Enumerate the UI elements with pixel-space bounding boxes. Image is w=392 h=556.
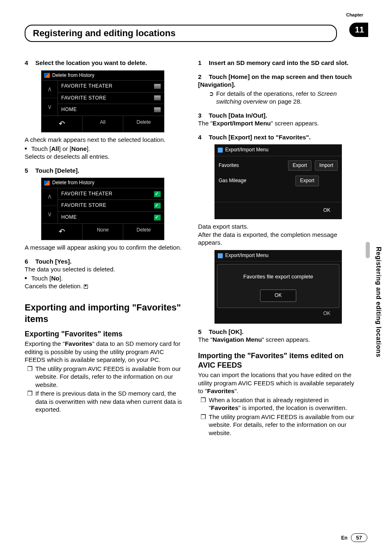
- shot2-title: Delete from History: [52, 180, 95, 186]
- list-item-label: HOME: [61, 214, 77, 221]
- body-text: The "Navigation Menu" screen appears.: [198, 336, 358, 344]
- note-item: The utility program AVIC FEEDS is availa…: [25, 365, 185, 389]
- footer-ok[interactable]: OK: [316, 310, 338, 320]
- text-bold: Favorites: [211, 404, 238, 411]
- side-vertical-label: Registering and editing locations: [375, 247, 382, 357]
- text: For details of the operations, refer to: [216, 90, 317, 97]
- export-import-menu-screenshot: Export/Import Menu Favorites Export Impo…: [214, 144, 342, 219]
- body-text: The "Export/Import Menu" screen appears.: [198, 119, 358, 127]
- back-arrow-icon: ↶: [59, 120, 65, 128]
- list-item[interactable]: FAVORITE THEATER: [58, 188, 164, 200]
- page-footer: En 57: [341, 533, 367, 542]
- chapter-title-container: Registering and editing locations: [25, 25, 337, 42]
- text: ].: [87, 145, 90, 152]
- import-button[interactable]: Import: [315, 160, 338, 171]
- checked-icon: [154, 191, 161, 197]
- text: Touch [: [31, 275, 51, 282]
- text-bold: None: [71, 145, 87, 152]
- export-button[interactable]: Export: [288, 160, 311, 171]
- page-number: 57: [351, 533, 367, 542]
- delete-history-screenshot-1: Delete from History ∧ ∨ FAVORITE THEATER…: [41, 70, 164, 133]
- note-item: If there is previous data in the SD memo…: [25, 389, 185, 414]
- step-1-heading: 1Insert an SD memory card into the SD ca…: [198, 59, 358, 67]
- ok-button[interactable]: OK: [316, 206, 338, 215]
- step-4-text: Select the location you want to delete.: [35, 59, 147, 66]
- menu-icon: [218, 148, 223, 153]
- body-text: Data export starts.: [198, 222, 358, 231]
- scroll-up-icon[interactable]: ∧: [42, 81, 58, 98]
- export-complete-screenshot: Export/Import Menu Favorites file export…: [214, 250, 342, 324]
- shot1-title: Delete from History: [52, 72, 95, 79]
- completion-message: Favorites file export complete: [217, 264, 339, 290]
- body-text: After the data is exported, the completi…: [198, 231, 358, 247]
- step-2-heading: 2Touch [Home] on the map screen and then…: [198, 73, 358, 89]
- delete-history-screenshot-2: Delete from History ∧ ∨ FAVORITE THEATER…: [41, 178, 164, 240]
- text: " screen appears.: [262, 336, 310, 343]
- list-item-label: HOME: [61, 107, 77, 113]
- back-arrow-icon: ↶: [59, 227, 65, 236]
- delete-button[interactable]: Delete: [123, 224, 164, 240]
- list-item-label: FAVORITE THEATER: [61, 83, 113, 90]
- scroll-down-icon[interactable]: ∨: [42, 206, 58, 223]
- checked-icon: [154, 215, 161, 220]
- body-text: Exporting the "Favorites" data to an SD …: [25, 340, 185, 364]
- list-item[interactable]: FAVORITE STORE: [58, 93, 164, 104]
- ok-button[interactable]: OK: [260, 290, 296, 302]
- note-item: When a location that is already register…: [198, 396, 358, 412]
- step-6-heading: 6Touch [Yes].: [25, 257, 185, 266]
- right-column: 1Insert an SD memory card into the SD ca…: [198, 56, 358, 437]
- scroll-down-icon[interactable]: ∨: [42, 98, 58, 116]
- text: " screen appears.: [271, 120, 319, 127]
- section-h2: Exporting and importing "Favorites" item…: [25, 302, 185, 325]
- list-item-label: FAVORITE STORE: [61, 95, 106, 102]
- all-button[interactable]: All: [83, 116, 124, 132]
- text: Touch [: [31, 145, 51, 152]
- history-icon: [44, 181, 50, 185]
- list-item[interactable]: FAVORITE STORE: [58, 200, 164, 212]
- delete-button[interactable]: Delete: [123, 116, 164, 132]
- text: " is imported, the location is overwritt…: [238, 404, 347, 411]
- body-text: A check mark appears next to the selecte…: [25, 136, 185, 144]
- step-5-heading: 5Touch [OK].: [198, 328, 358, 336]
- export-button[interactable]: Export: [295, 176, 319, 186]
- scroll-up-icon[interactable]: ∧: [42, 188, 58, 206]
- step-5-text: Touch [OK].: [209, 328, 244, 335]
- back-button[interactable]: ↶: [42, 116, 83, 132]
- side-accent-bar: [366, 242, 370, 258]
- text-bold: No: [51, 275, 59, 282]
- body-text: You can import the locations that you ha…: [198, 371, 358, 395]
- list-item[interactable]: HOME: [58, 104, 164, 116]
- step-6-text: Touch [Yes].: [35, 258, 71, 265]
- history-icon: [44, 73, 50, 78]
- language-label: En: [341, 535, 347, 541]
- list-item[interactable]: FAVORITE THEATER: [58, 81, 164, 93]
- step-4-text: Touch [Export] next to "Favorites".: [209, 134, 311, 141]
- text: on page 28.: [267, 98, 302, 105]
- shot-title: Export/Import Menu: [225, 253, 268, 259]
- none-button[interactable]: None: [83, 224, 124, 240]
- list-item-label: FAVORITE STORE: [61, 202, 106, 209]
- step-4-heading: 4Select the location you want to delete.: [25, 59, 185, 67]
- bullet-item: Touch [No].: [25, 274, 185, 283]
- step-5-heading: 5Touch [Delete].: [25, 167, 185, 175]
- text-bold: Navigation Menu: [212, 336, 262, 343]
- step-3-heading: 3Touch [Data In/Out].: [198, 111, 358, 120]
- end-section-icon: [84, 285, 88, 289]
- body-text: Cancels the deletion.: [25, 282, 185, 290]
- body-text: Selects or deselects all entries.: [25, 153, 185, 161]
- chapter-title: Registering and editing locations: [33, 28, 329, 39]
- step-5-text: Touch [Delete].: [35, 167, 79, 174]
- list-item[interactable]: HOME: [58, 212, 164, 223]
- step-3-text: Touch [Data In/Out].: [209, 112, 267, 119]
- bullet-item: Touch [All] or [None].: [25, 145, 185, 153]
- checkbox-icon: [154, 84, 161, 89]
- menu-icon: [218, 253, 223, 258]
- body-text: The data you selected is deleted.: [25, 265, 185, 273]
- back-button[interactable]: ↶: [42, 224, 83, 240]
- text-bold: Favorites: [207, 387, 235, 394]
- step-4-heading: 4Touch [Export] next to "Favorites".: [198, 133, 358, 141]
- text: The ": [198, 120, 212, 127]
- chapter-label: Chapter: [346, 12, 363, 17]
- text: The ": [198, 336, 212, 343]
- body-text: A message will appear asking you to conf…: [25, 243, 185, 252]
